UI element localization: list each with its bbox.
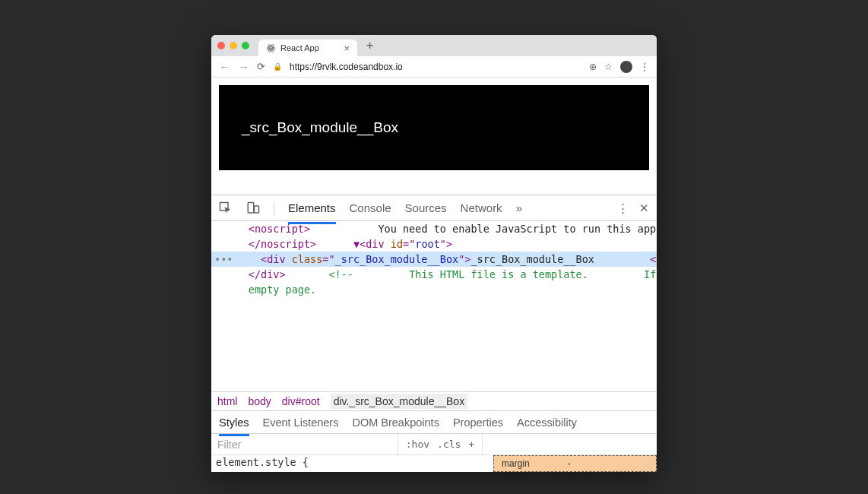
browser-tab[interactable]: React App ×	[258, 40, 357, 56]
cls-toggle[interactable]: .cls	[437, 439, 461, 450]
url-bar: ← → ⟳ 🔒 https://9rvlk.codesandbox.io ⊕ ☆…	[211, 56, 657, 78]
devtools-close-icon[interactable]: ✕	[639, 201, 649, 215]
share-icon[interactable]: ⊕	[589, 62, 597, 72]
styles-body: element.style { margin -	[211, 455, 657, 472]
styles-tab-dom-breakpoints[interactable]: DOM Breakpoints	[352, 413, 439, 432]
comment-l3: empty page.	[249, 283, 316, 296]
inspect-element-icon[interactable]	[219, 201, 233, 215]
rendered-box: _src_Box_module__Box	[219, 85, 649, 170]
box-model-margin[interactable]: margin -	[493, 455, 657, 472]
element-style-block[interactable]: element.style {	[211, 455, 493, 472]
device-toggle-icon[interactable]	[246, 201, 260, 215]
maximize-window-button[interactable]	[242, 42, 249, 49]
noscript-open: <noscript>	[249, 223, 310, 235]
svg-rect-6	[255, 206, 259, 213]
elements-panel[interactable]: <noscript> You need to enable JavaScript…	[211, 221, 657, 391]
kebab-menu-icon[interactable]: ⋮	[640, 62, 649, 72]
comment-l1: This HTML file is a template.	[409, 268, 588, 280]
comment-open: <!--	[328, 268, 353, 280]
back-button[interactable]: ←	[219, 60, 230, 73]
browser-window: React App × + ← → ⟳ 🔒 https://9rvlk.code…	[211, 35, 657, 472]
box-model-label: margin	[502, 458, 530, 469]
bookmark-star-icon[interactable]: ☆	[604, 62, 613, 72]
devtools-tab-console[interactable]: Console	[350, 197, 391, 219]
devtools-tab-network[interactable]: Network	[461, 197, 502, 219]
react-favicon-icon	[266, 43, 276, 53]
devtools: Elements Console Sources Network » ⋮ ✕ <…	[211, 195, 657, 472]
crumb-root[interactable]: div#root	[282, 395, 320, 407]
new-tab-button[interactable]: +	[362, 39, 378, 52]
divider	[274, 201, 274, 215]
devtools-tab-sources[interactable]: Sources	[405, 197, 447, 219]
comment-l2: If you open it directly in the browser, …	[644, 268, 657, 280]
tab-title: React App	[280, 43, 319, 52]
styles-filter-input[interactable]	[211, 434, 398, 454]
styles-tab-properties[interactable]: Properties	[453, 413, 503, 432]
page-content: _src_Box_module__Box	[211, 78, 657, 178]
devtools-tabbar: Elements Console Sources Network » ⋮ ✕	[211, 195, 657, 221]
styles-tabbar: Styles Event Listeners DOM Breakpoints P…	[211, 411, 657, 434]
noscript-close: </noscript>	[249, 238, 316, 250]
crumb-html[interactable]: html	[217, 395, 237, 407]
rendered-box-text: _src_Box_module__Box	[242, 119, 398, 136]
add-class-button[interactable]: +	[468, 439, 474, 450]
url-bar-right: ⊕ ☆ ⋮	[589, 61, 649, 73]
dom-breadcrumb: html body div#root div._src_Box_module__…	[211, 391, 657, 411]
profile-avatar[interactable]	[620, 61, 632, 73]
root-close: </div>	[249, 268, 286, 280]
svg-rect-5	[248, 202, 254, 213]
devtools-tab-elements[interactable]: Elements	[288, 197, 336, 219]
hov-toggle[interactable]: :hov	[406, 439, 429, 450]
url-text[interactable]: https://9rvlk.codesandbox.io	[290, 62, 581, 72]
crumb-selected[interactable]: div._src_Box_module__Box	[331, 394, 468, 409]
styles-tab-event-listeners[interactable]: Event Listeners	[263, 413, 339, 432]
styles-tab-styles[interactable]: Styles	[219, 413, 249, 432]
svg-point-0	[270, 47, 271, 49]
minimize-window-button[interactable]	[230, 42, 237, 49]
lock-icon: 🔒	[273, 62, 282, 71]
tab-close-icon[interactable]: ×	[344, 43, 350, 54]
devtools-tab-more-icon[interactable]: »	[516, 197, 522, 219]
ellipsis-icon[interactable]: •••	[214, 252, 233, 267]
window-controls	[217, 42, 249, 49]
noscript-text: You need to enable JavaScript to run thi…	[378, 223, 657, 235]
forward-button[interactable]: →	[238, 60, 249, 73]
tab-bar: React App × +	[211, 35, 657, 56]
devtools-settings-icon[interactable]: ⋮	[617, 201, 629, 215]
close-window-button[interactable]	[217, 42, 225, 49]
selected-dom-row[interactable]: ••• <div class="_src_Box_module__Box">_s…	[211, 252, 657, 267]
styles-filter-row: :hov .cls +	[211, 434, 657, 455]
styles-tab-accessibility[interactable]: Accessibility	[517, 413, 577, 432]
reload-button[interactable]: ⟳	[257, 61, 265, 72]
crumb-body[interactable]: body	[248, 395, 271, 407]
box-model-value: -	[568, 458, 571, 469]
